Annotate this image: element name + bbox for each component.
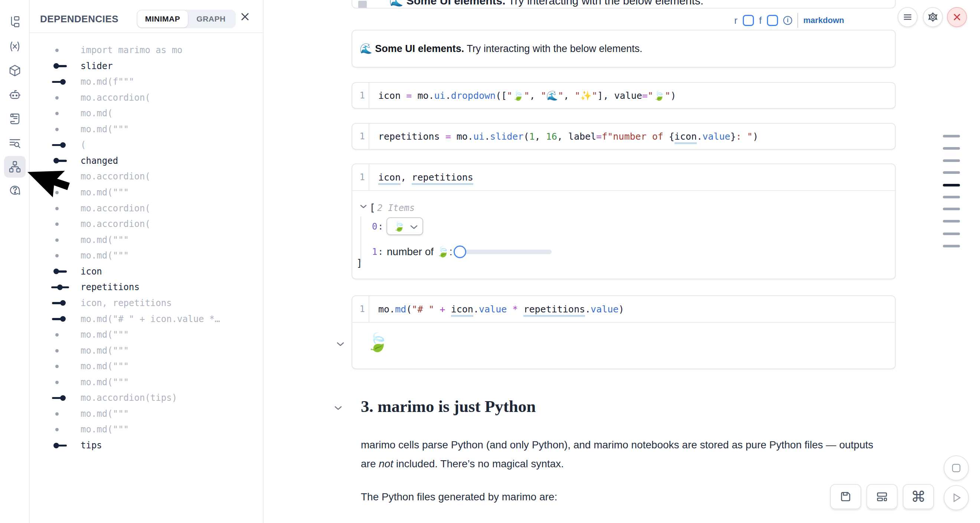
minimap-item[interactable]: mo.accordion( — [30, 90, 263, 105]
minimap-item[interactable]: mo.md(f""" — [30, 74, 263, 89]
settings-button[interactable] — [923, 7, 943, 27]
scroll-mark[interactable] — [943, 208, 960, 210]
view-mode-tabs: MINIMAP GRAPH — [137, 10, 236, 28]
code-cell-dropdown[interactable]: 1 icon = mo.ui.dropdown(["🍃", "🌊", "✨"],… — [352, 82, 896, 109]
minimap-item[interactable]: mo.md(""" — [30, 327, 263, 343]
repetitions-slider-thumb[interactable] — [453, 246, 466, 258]
code-token: ) — [619, 304, 624, 315]
collapse-output-icon[interactable] — [336, 342, 345, 346]
list-search-icon — [8, 136, 22, 150]
info-icon[interactable]: i — [783, 16, 792, 25]
scroll-mark[interactable] — [943, 184, 960, 187]
chevron-down-icon — [410, 225, 418, 230]
scroll-mark[interactable] — [943, 147, 960, 150]
keyboard-shortcuts-button[interactable]: ⌘ — [903, 484, 934, 509]
minimap-item[interactable]: mo.md(""" — [30, 185, 263, 200]
collapse-section-icon[interactable] — [334, 406, 342, 410]
minimap-item[interactable]: mo.accordion(tips) — [30, 390, 263, 406]
minimap-item[interactable]: mo.md(""" — [30, 359, 263, 374]
sidebar-item-ai-chat[interactable] — [4, 84, 25, 105]
cell-connection-icon — [51, 110, 70, 116]
sidebar-item-snippets[interactable] — [4, 132, 25, 154]
command-icon: ⌘ — [911, 489, 926, 504]
collapse-array-icon[interactable] — [360, 204, 367, 209]
fullwidth-checkbox[interactable] — [767, 15, 778, 26]
minimap-item[interactable]: mo.accordion( — [30, 201, 263, 216]
code-cell-tuple[interactable]: 1 icon, repetitions — [352, 163, 896, 279]
code-cell-slider[interactable]: 1 repetitions = mo.ui.slider(1, 16, labe… — [352, 123, 896, 150]
indent-guide — [360, 217, 361, 263]
minimap-item[interactable]: icon, repetitions — [30, 295, 263, 311]
markdown-source-line: 🌊 Some UI elements. Try interacting with… — [390, 0, 703, 7]
minimap-item[interactable]: mo.md(""" — [30, 121, 263, 137]
sidebar-item-logs[interactable] — [4, 108, 25, 130]
minimap-item[interactable]: mo.md("# " + icon.value *… — [30, 311, 263, 327]
editor-gutter-marker — [358, 1, 367, 8]
gutter-separator — [369, 296, 369, 322]
code-token: "🍃" — [648, 90, 670, 101]
scroll-mark[interactable] — [943, 245, 960, 247]
scroll-mark[interactable] — [943, 135, 960, 137]
minimap-item-label: mo.md(""" — [81, 235, 129, 245]
code-token: value — [702, 131, 730, 142]
scroll-mark[interactable] — [943, 159, 960, 162]
repetitions-slider-track[interactable] — [460, 250, 552, 254]
index-colon: : — [378, 222, 383, 232]
cell-connection-icon — [51, 300, 70, 306]
minimap-item-label: mo.md(""" — [81, 408, 129, 419]
minimap-item[interactable]: slider — [30, 58, 263, 74]
cell-language-button[interactable]: markdown — [803, 16, 844, 25]
minimap-item[interactable]: mo.md(""" — [30, 406, 263, 422]
minimap-item[interactable]: icon — [30, 264, 263, 279]
notebook-menu-button[interactable] — [897, 7, 918, 27]
fullwidth-toggle-label: f — [759, 15, 762, 26]
sidebar-item-packages[interactable] — [4, 60, 25, 81]
minimap-item[interactable]: mo.md(""" — [30, 375, 263, 390]
rtl-checkbox[interactable] — [743, 15, 754, 26]
minimap-item-label: mo.accordion(tips) — [81, 392, 177, 403]
scroll-mark[interactable] — [943, 233, 960, 235]
minimap-item[interactable]: changed — [30, 153, 263, 169]
editor-output-divider — [352, 190, 895, 191]
gutter-separator — [369, 164, 369, 190]
minimap-item[interactable]: mo.md(""" — [30, 343, 263, 359]
scroll-mark[interactable] — [943, 220, 960, 223]
shutdown-button[interactable] — [947, 7, 967, 27]
code-token: dropdown — [451, 90, 496, 101]
minimap-item[interactable]: mo.accordion( — [30, 216, 263, 232]
cell-connection-icon — [51, 63, 70, 69]
scroll-mark[interactable] — [943, 171, 960, 174]
minimap-item[interactable]: ( — [30, 137, 263, 153]
minimap-item-label: icon, repetitions — [81, 298, 172, 308]
cell-connection-icon — [51, 158, 70, 164]
minimap-item[interactable]: mo.md(""" — [30, 232, 263, 248]
scroll-mark[interactable] — [943, 196, 960, 198]
icon-dropdown-select[interactable]: 🍃 — [387, 217, 423, 235]
sidebar-item-file-tree[interactable] — [4, 11, 25, 33]
minimap-item[interactable]: tips — [30, 438, 263, 453]
code-token: ) — [670, 90, 676, 101]
sidebar-item-help[interactable] — [4, 180, 25, 201]
minimap-item[interactable]: mo.md(""" — [30, 248, 263, 263]
tab-minimap[interactable]: MINIMAP — [137, 10, 188, 27]
minimap-item[interactable]: mo.accordion( — [30, 169, 263, 184]
panel-close-button[interactable] — [240, 11, 250, 22]
sidebar-item-dependencies[interactable] — [4, 156, 25, 177]
markdown-editor-clipped[interactable]: 🌊 Some UI elements. Try interacting with… — [352, 0, 896, 8]
run-all-button[interactable] — [943, 485, 969, 510]
code-token: , — [530, 90, 541, 101]
minimap-item[interactable]: mo.md( — [30, 105, 263, 121]
code-token: label — [568, 131, 596, 142]
code-token: mo — [378, 304, 390, 315]
save-button[interactable] — [830, 484, 861, 509]
code-cell-markdown-heading[interactable]: 1 mo.md("# " + icon.value * repetitions.… — [352, 295, 896, 369]
code-token: } — [730, 131, 736, 142]
layout-toggle-button[interactable] — [866, 484, 897, 509]
minimap-item[interactable]: repetitions — [30, 279, 263, 295]
stop-kernel-button[interactable] — [943, 455, 969, 481]
minimap-item[interactable]: import marimo as mo — [30, 42, 263, 58]
line-number: 1 — [352, 131, 369, 142]
tab-graph[interactable]: GRAPH — [188, 10, 234, 27]
minimap-item[interactable]: mo.md(""" — [30, 422, 263, 437]
sidebar-item-variables[interactable] — [4, 36, 25, 57]
